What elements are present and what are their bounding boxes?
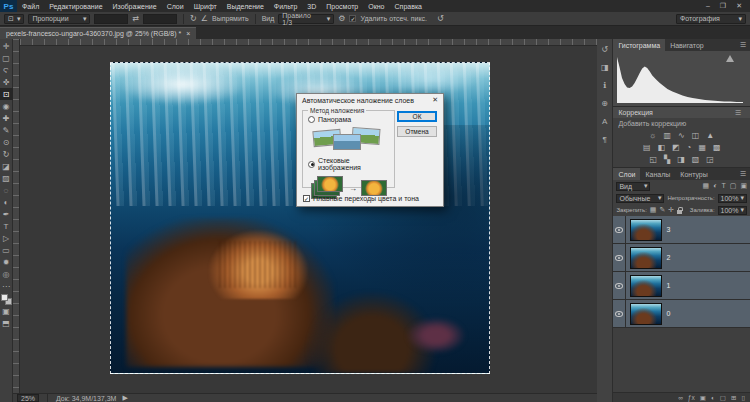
adjustment-gradient-map-icon[interactable]: ▧ (692, 155, 700, 164)
reset-tool-icon[interactable]: ↺ (437, 14, 444, 23)
dialog-close-icon[interactable]: ✕ (432, 96, 438, 104)
lock-pixels-icon[interactable]: ✎ (659, 206, 665, 214)
layer-mask-icon[interactable]: ▣ (700, 394, 706, 402)
tab-close-icon[interactable]: × (186, 30, 190, 37)
layer-effects-icon[interactable]: ƒx (688, 394, 695, 401)
adjustment-color-lookup-icon[interactable]: ▩ (713, 143, 721, 152)
filter-kind-dropdown[interactable]: Вид ▾ (616, 182, 650, 191)
info-panel-icon[interactable]: ℹ (603, 81, 606, 90)
overlay-dropdown[interactable]: Правило 1/3 ▾ (278, 14, 334, 24)
blend-mode-dropdown[interactable]: Обычные ▾ (616, 194, 664, 203)
layer-thumbnail[interactable] (630, 219, 662, 241)
filter-pixel-icon[interactable]: ▦ (703, 182, 710, 190)
layer-row[interactable]: 0 (613, 300, 750, 328)
color-swatches[interactable] (1, 294, 12, 305)
filter-smart-object-icon[interactable]: ▣ (740, 182, 747, 190)
menu-item-6[interactable]: Фильтр (269, 3, 303, 10)
adjustment-brightness-contrast-icon[interactable]: ☼ (649, 131, 656, 140)
layer-row[interactable]: 3 (613, 216, 750, 244)
delete-layer-icon[interactable]: ▯ (741, 394, 745, 402)
panel-menu-icon[interactable]: ☰ (736, 39, 750, 51)
tool-hand-icon[interactable]: ✹ (0, 256, 13, 268)
layer-visibility-toggle[interactable] (613, 216, 626, 243)
close-icon[interactable]: ✕ (736, 2, 742, 10)
tool-quick-selection-icon[interactable]: ✜ (0, 76, 13, 88)
workspace-dropdown[interactable]: Фотография ▾ (676, 14, 746, 24)
zoom-level-field[interactable]: 25% (17, 394, 39, 402)
stack-images-radio[interactable] (308, 161, 315, 168)
tool-quick-mask[interactable]: ▣ (0, 305, 13, 317)
panorama-radio[interactable] (308, 116, 315, 123)
menu-item-0[interactable]: Файл (17, 3, 44, 10)
adjustment-photo-filter-icon[interactable]: ◔ (687, 143, 692, 152)
history-panel-icon[interactable]: ↺ (601, 45, 608, 54)
adjustment-black-white-icon[interactable]: ◩ (672, 143, 680, 152)
tool-blur-icon[interactable]: ◌ (0, 184, 13, 196)
swap-values-icon[interactable]: ⇄ (132, 14, 139, 23)
tool-dodge-icon[interactable]: ◐ (0, 196, 13, 208)
menu-item-9[interactable]: Окно (363, 3, 389, 10)
layer-thumbnail[interactable] (630, 247, 662, 269)
minimize-icon[interactable]: – (706, 2, 710, 10)
tool-clone-stamp-icon[interactable]: ⊙ (0, 136, 13, 148)
panel-menu-icon[interactable]: ☰ (736, 168, 750, 180)
properties-panel-icon[interactable]: ◨ (601, 63, 609, 72)
tool-edit-toolbar-icon[interactable]: ⋯ (0, 280, 13, 292)
filter-type-icon[interactable]: T (721, 182, 725, 190)
filter-adjustment-icon[interactable]: ◐ (713, 182, 717, 190)
crop-width-field[interactable] (94, 14, 128, 24)
menu-item-3[interactable]: Слои (162, 3, 189, 10)
seamless-tones-checkbox[interactable]: ✓ (303, 195, 310, 202)
panorama-radio-row[interactable]: Панорама (308, 116, 394, 123)
aspect-ratio-dropdown[interactable]: Пропорции ▾ (28, 14, 90, 24)
layer-visibility-toggle[interactable] (613, 272, 626, 299)
tool-path-selection-icon[interactable]: ▷ (0, 232, 13, 244)
layer-group-icon[interactable]: ▢ (720, 394, 726, 402)
fill-field[interactable]: 100% ▾ (718, 206, 747, 215)
menu-item-1[interactable]: Редактирование (44, 3, 107, 10)
tab-navigator[interactable]: Навигатор (665, 39, 709, 51)
tool-gradient-icon[interactable]: ▨ (0, 172, 13, 184)
straighten-label[interactable]: Выпрямить (212, 15, 249, 22)
tab-Контуры[interactable]: Контуры (675, 168, 712, 180)
tool-pen-icon[interactable]: ✒ (0, 208, 13, 220)
delete-cropped-pixels-checkbox[interactable]: ✓ (349, 15, 356, 22)
ok-button[interactable]: ОК (397, 111, 437, 122)
lock-all-icon[interactable] (677, 210, 682, 214)
dialog-title-bar[interactable]: Автоматическое наложение слоев ✕ (297, 94, 443, 106)
tool-type-icon[interactable]: T (0, 220, 13, 232)
crop-options-gear-icon[interactable]: ⚙ (338, 14, 345, 23)
tab-Слои[interactable]: Слои (613, 168, 640, 180)
tool-lasso-icon[interactable]: Ϛ (0, 64, 13, 76)
tool-eraser-icon[interactable]: ◪ (0, 160, 13, 172)
tool-zoom-icon[interactable]: ◎ (0, 268, 13, 280)
tool-crop-icon[interactable]: ⊡ (0, 88, 13, 100)
adjustment-selective-color-icon[interactable]: ◲ (706, 155, 714, 164)
tool-history-brush-icon[interactable]: ↻ (0, 148, 13, 160)
menu-item-7[interactable]: 3D (302, 3, 321, 10)
menu-item-4[interactable]: Шрифт (189, 3, 222, 10)
adjustment-levels-icon[interactable]: ▥ (664, 131, 672, 140)
tool-brush-icon[interactable]: ✎ (0, 124, 13, 136)
paragraph-panel-icon[interactable]: ¶ (603, 135, 607, 144)
filter-shape-icon[interactable]: ▢ (730, 182, 737, 190)
layer-visibility-toggle[interactable] (613, 300, 626, 327)
tool-screen-mode[interactable]: ⬒ (0, 317, 13, 329)
tab-histogram[interactable]: Гистограмма (613, 39, 665, 51)
lock-transparency-icon[interactable]: ▦ (650, 206, 657, 214)
layer-row[interactable]: 2 (613, 244, 750, 272)
foreground-color-swatch[interactable] (1, 294, 8, 301)
layer-visibility-toggle[interactable] (613, 244, 626, 271)
tool-move-icon[interactable]: ✛ (0, 40, 13, 52)
panel-menu-icon[interactable]: ☰ (731, 109, 745, 117)
character-panel-icon[interactable]: A (602, 117, 607, 126)
tool-eyedropper-icon[interactable]: ◉ (0, 100, 13, 112)
seamless-tones-row[interactable]: ✓ Плавные переходы цвета и тона (303, 195, 419, 202)
tool-marquee-icon[interactable]: ▢ (0, 52, 13, 64)
status-menu-arrow-icon[interactable]: ▶ (122, 394, 127, 402)
adjustment-vibrance-icon[interactable]: ▲ (706, 131, 714, 140)
menu-item-10[interactable]: Справка (390, 3, 427, 10)
lock-position-icon[interactable]: ✛ (668, 206, 674, 214)
link-layers-icon[interactable]: ∞ (678, 394, 683, 401)
adjustment-invert-icon[interactable]: ◱ (650, 155, 658, 164)
